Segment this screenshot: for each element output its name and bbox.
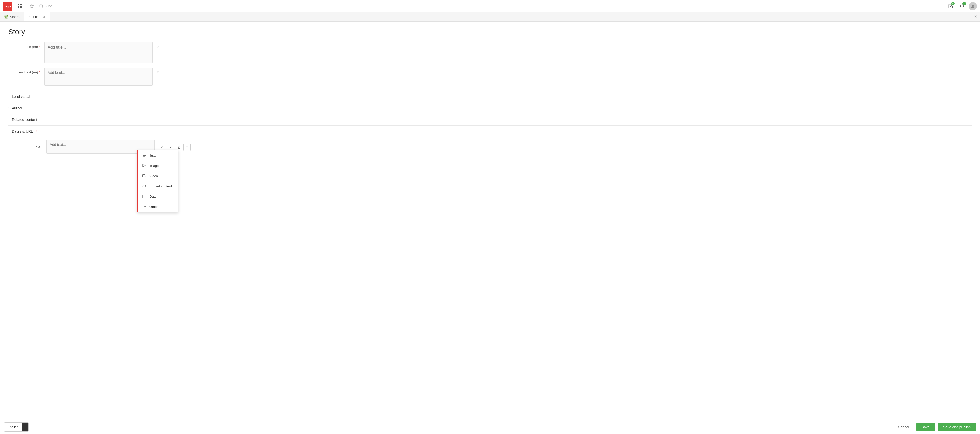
user-avatar[interactable] bbox=[969, 2, 977, 10]
notifications-badge: 0 bbox=[963, 2, 966, 5]
leaf-icon: 🌿 bbox=[4, 15, 8, 19]
accordion-lead-visual-header[interactable]: › Lead visual bbox=[8, 91, 972, 102]
title-field-wrapper: ? bbox=[44, 42, 153, 63]
tab-stories[interactable]: 🌿 Stories bbox=[0, 13, 24, 21]
svg-rect-6 bbox=[19, 6, 21, 7]
video-icon bbox=[142, 173, 147, 178]
app-grid-button[interactable] bbox=[16, 2, 25, 11]
chevron-down-icon bbox=[169, 146, 172, 149]
svg-rect-22 bbox=[143, 195, 146, 198]
svg-point-19 bbox=[143, 165, 144, 165]
embed-icon bbox=[142, 184, 147, 188]
tab-untitled-label: /untitled bbox=[29, 15, 40, 19]
save-publish-button[interactable]: Save and publish bbox=[938, 423, 976, 431]
chevron-right-icon-4: › bbox=[8, 130, 9, 133]
add-component-button[interactable]: + bbox=[183, 144, 191, 151]
dropdown-item-others[interactable]: Others bbox=[138, 201, 178, 212]
text-label: Text bbox=[8, 145, 44, 149]
search-bar[interactable]: Find... bbox=[39, 4, 142, 8]
language-selector[interactable]: English bbox=[4, 423, 29, 432]
favorites-button[interactable] bbox=[28, 2, 36, 10]
related-content-title: Related content bbox=[12, 118, 37, 122]
svg-rect-3 bbox=[19, 4, 21, 5]
chevron-down-icon-lang bbox=[24, 426, 26, 428]
trash-icon bbox=[177, 146, 181, 149]
dropdown-item-image[interactable]: Image bbox=[138, 160, 178, 171]
svg-rect-2 bbox=[18, 4, 19, 5]
lead-required-marker: * bbox=[39, 70, 40, 74]
logo[interactable]: mgnl bbox=[3, 2, 13, 11]
avatar-icon bbox=[970, 4, 975, 8]
dates-url-title: Dates & URL bbox=[12, 129, 33, 133]
tab-bar: 🌿 Stories /untitled ✕ ✕ bbox=[0, 13, 980, 22]
author-title: Author bbox=[12, 106, 22, 110]
svg-point-27 bbox=[144, 206, 145, 207]
nav-right: 0 0 bbox=[946, 2, 977, 11]
notifications-button[interactable]: 0 bbox=[957, 2, 967, 11]
svg-point-13 bbox=[972, 5, 974, 6]
add-component-dropdown: Text Image bbox=[137, 150, 178, 212]
star-icon bbox=[30, 4, 34, 8]
chevron-right-icon-2: › bbox=[8, 106, 9, 110]
search-icon bbox=[39, 4, 43, 8]
chevron-right-icon-3: › bbox=[8, 118, 9, 122]
accordion-dates-url: › Dates & URL * bbox=[8, 125, 972, 137]
save-button[interactable]: Save bbox=[916, 423, 935, 431]
svg-text:mgnl: mgnl bbox=[5, 5, 11, 8]
dropdown-image-label: Image bbox=[150, 164, 159, 168]
svg-rect-20 bbox=[142, 174, 145, 177]
svg-marker-21 bbox=[145, 174, 146, 177]
dropdown-item-text[interactable]: Text bbox=[138, 150, 178, 160]
text-field-row: Text + bbox=[8, 137, 972, 157]
date-icon bbox=[142, 194, 147, 199]
accordion-author-header[interactable]: › Author bbox=[8, 103, 972, 114]
lead-text-field-row: Lead text (en) * ? bbox=[8, 68, 972, 87]
accordion-dates-url-header[interactable]: › Dates & URL * bbox=[8, 126, 972, 137]
title-help-icon[interactable]: ? bbox=[157, 45, 159, 49]
lead-label: Lead text (en) * bbox=[8, 68, 44, 74]
cancel-button[interactable]: Cancel bbox=[894, 423, 913, 431]
dropdown-embed-label: Embed content bbox=[150, 184, 172, 188]
lead-input[interactable] bbox=[44, 68, 153, 86]
svg-point-28 bbox=[145, 206, 146, 207]
title-required-marker: * bbox=[39, 45, 40, 49]
title-field-row: Title (en) * ? bbox=[8, 42, 972, 63]
svg-rect-5 bbox=[18, 6, 19, 7]
svg-rect-10 bbox=[21, 7, 22, 8]
dropdown-video-label: Video bbox=[150, 174, 158, 178]
tasks-button[interactable]: 0 bbox=[946, 2, 955, 11]
tab-stories-label: Stories bbox=[10, 15, 20, 19]
text-icon bbox=[142, 153, 147, 158]
svg-rect-4 bbox=[21, 4, 22, 5]
dropdown-others-label: Others bbox=[150, 205, 159, 209]
language-dropdown-button[interactable] bbox=[22, 423, 28, 431]
svg-rect-7 bbox=[21, 6, 22, 7]
tasks-badge: 0 bbox=[951, 2, 955, 5]
window-close-button[interactable]: ✕ bbox=[971, 13, 980, 22]
svg-line-12 bbox=[42, 7, 43, 8]
dropdown-text-label: Text bbox=[150, 154, 156, 157]
lead-help-icon[interactable]: ? bbox=[157, 70, 159, 74]
dropdown-date-label: Date bbox=[150, 195, 156, 198]
others-icon bbox=[142, 204, 147, 209]
page-title: Story bbox=[8, 28, 972, 36]
dropdown-item-embed-content[interactable]: Embed content bbox=[138, 181, 178, 191]
top-nav-bar: mgnl Find... bbox=[0, 0, 980, 13]
dropdown-item-date[interactable]: Date bbox=[138, 191, 178, 201]
dropdown-item-video[interactable]: Video bbox=[138, 171, 178, 181]
tab-close-button[interactable]: ✕ bbox=[42, 15, 46, 19]
lead-field-wrapper: ? bbox=[44, 68, 153, 87]
search-placeholder: Find... bbox=[45, 4, 56, 8]
image-icon bbox=[142, 163, 147, 168]
tab-untitled[interactable]: /untitled ✕ bbox=[24, 13, 51, 21]
lead-visual-title: Lead visual bbox=[12, 95, 30, 98]
title-input[interactable] bbox=[44, 42, 153, 63]
grid-icon bbox=[18, 4, 22, 8]
magnolia-logo: mgnl bbox=[3, 2, 13, 11]
svg-point-11 bbox=[40, 5, 43, 8]
title-label: Title (en) * bbox=[8, 42, 44, 49]
accordion-related-content-header[interactable]: › Related content bbox=[8, 114, 972, 125]
accordion-lead-visual: › Lead visual bbox=[8, 90, 972, 102]
svg-rect-9 bbox=[19, 7, 21, 8]
bottom-right-actions: Cancel Save Save and publish bbox=[894, 423, 976, 431]
